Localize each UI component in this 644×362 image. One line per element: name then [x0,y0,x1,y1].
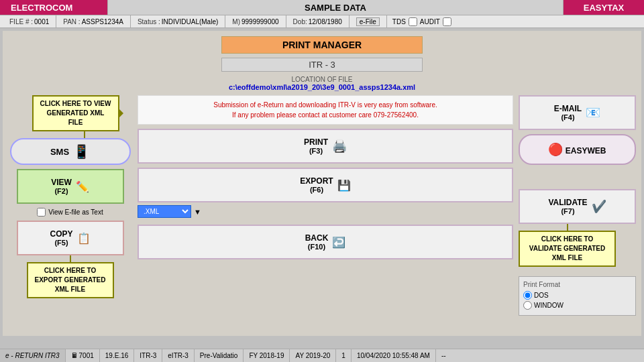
location-section: LOCATION OF FILE c:\eoffdemo\xml\a2019_2… [8,76,636,91]
easytax-brand: EASYTAX [564,0,644,15]
status-value: INDIVIDUAL(Male) [162,18,218,25]
view-efile-checkbox-row: View E-file as Text [37,208,103,217]
back-label1: BACK [305,233,329,243]
validate-label1: VALIDATE [548,198,587,207]
copy-label1: COPY [50,229,72,239]
electrocom-brand: ELECTROCOM [0,0,107,15]
back-icon: ↩️ [332,236,345,249]
pan-value: ASSPS1234A [82,18,123,25]
xml-select[interactable]: .XML [138,205,191,218]
dash-value: -- [441,352,446,359]
ay-value: AY 2019-20 [295,352,330,359]
file-value: 0001 [34,18,49,25]
num-value: 1 [341,352,345,359]
fy-value: FY 2018-19 [249,352,284,359]
fy-cell: FY 2018-19 [244,349,290,362]
window-radio[interactable] [523,301,532,310]
tds-checkbox[interactable] [409,17,417,26]
status-info: Status : INDIVIDUAL(Male) [131,15,225,27]
top-header: ELECTROCOM SAMPLE DATA EASYTAX [0,0,644,15]
pan-info: PAN : ASSPS1234A [56,15,131,27]
back-text: BACK (F10) [305,233,329,251]
export-callout: CLICK HERE TO EXPORT GENERATED XML FILE [27,262,114,298]
audit-checkbox[interactable] [443,17,451,26]
export-label2: (F6) [300,186,333,194]
validate-label2: (F7) [548,207,587,215]
view-callout: CLICK HERE TO VIEW GENERATED XML FILE [32,95,119,131]
sample-data-title: SAMPLE DATA [107,0,564,15]
print-format-title: Print Format [523,281,631,288]
window-label: WINDOW [534,302,564,309]
sample-data-label: SAMPLE DATA [305,3,366,13]
eitr3-value: eITR-3 [168,352,189,359]
print-label2: (F3) [304,147,328,155]
audit-label: AUDIT [420,18,440,25]
print-button[interactable]: PRINT (F3) 🖨️ [138,129,513,164]
easyweb-button[interactable]: 🔴 EASYWEB [519,134,636,165]
code2-cell: 19.E.16 [100,349,134,362]
main-content: PRINT MANAGER ITR - 3 LOCATION OF FILE c… [3,31,641,336]
email-button[interactable]: E-MAIL (F4) 📧 [519,95,636,130]
export-text: EXPORT (F6) [300,176,333,194]
itr-title: ITR - 3 [221,58,423,72]
location-path: c:\eoffdemo\xml\a2019_20\3e9_0001_assps1… [8,83,636,91]
dash-cell: -- [436,349,451,362]
print-format-section: Print Format DOS WINDOW [519,276,636,316]
validate-button[interactable]: VALIDATE (F7) ✔️ [519,189,636,224]
export-button[interactable]: EXPORT (F6) 💾 [138,168,513,202]
status-label: Status : [138,18,160,25]
dob-label: Dob: [293,18,307,25]
view-efile-label: View E-file as Text [48,208,103,216]
right-panel: E-MAIL (F4) 📧 🔴 EASYWEB VALIDATE (F7) ✔️ [519,95,636,316]
copy-icon: 📋 [77,232,91,245]
submission-text: Submission of e-Return and downloading I… [138,95,513,125]
view-icon: ✏️ [76,180,89,193]
eitr3-cell: eITR-3 [162,349,195,362]
email-label1: E-MAIL [554,104,582,113]
export-label1: EXPORT [300,176,333,186]
view-text: VIEW (F2) [51,178,72,195]
dropdown-arrow-icon: ▼ [194,208,201,216]
sms-button[interactable]: SMS 📱 [10,138,131,165]
datetime-cell: 10/04/2020 10:55:48 AM [352,349,436,362]
tds-audit-section: TDS AUDIT [387,15,457,27]
code2-value: 19.E.16 [105,352,128,359]
export-icon: 💾 [337,179,351,192]
view-label1: VIEW [51,178,72,187]
copy-label2: (F5) [50,239,72,247]
print-label1: PRINT [304,137,328,147]
status-bar: e - RETURN ITR3 🖩 7001 19.E.16 ITR-3 eIT… [0,349,644,362]
easytax-label: EASYTAX [584,3,624,13]
location-label: LOCATION OF FILE [8,76,636,83]
itr3-cell: ITR-3 [134,349,162,362]
mobile-label: M) [232,18,240,25]
view-button[interactable]: VIEW (F2) ✏️ [17,169,124,204]
easyweb-label: EASYWEB [566,146,606,156]
pan-label: PAN : [63,18,80,25]
back-label2: (F10) [305,243,329,251]
full-layout: CLICK HERE TO VIEW GENERATED XML FILE SM… [8,95,636,316]
sms-label: SMS [50,147,69,157]
efile-section: e-File [350,15,387,27]
view-callout-text: CLICK HERE TO VIEW GENERATED XML FILE [40,100,111,126]
validate-icon: ✔️ [592,199,606,214]
datetime-value: 10/04/2020 10:55:48 AM [357,352,430,359]
calculator-icon-cell: 🖩 7001 [66,349,100,362]
email-label2: (F4) [554,113,582,121]
view-efile-checkbox[interactable] [37,208,46,217]
return-type-label: e - RETURN ITR3 [5,352,60,359]
dos-label: DOS [534,292,549,299]
dob-info: Dob: 12/08/1980 [286,15,350,27]
validate-callout-text: CLICK HERE TO VALIDATE GENERATED XML FIL… [529,235,605,261]
back-button[interactable]: BACK (F10) ↩️ [138,225,513,259]
efile-button[interactable]: e-File [356,17,380,26]
copy-button[interactable]: COPY (F5) 📋 [17,221,124,255]
export-callout-text: CLICK HERE TO EXPORT GENERATED XML FILE [35,267,106,293]
phone-icon: 📱 [73,143,90,160]
num-cell: 1 [336,349,352,362]
dos-radio[interactable] [523,291,532,300]
center-panel: Submission of e-Return and downloading I… [138,95,513,316]
dob-value: 12/08/1980 [309,18,342,25]
mobile-info: M) 9999999000 [225,15,286,27]
print-text: PRINT (F3) [304,137,328,155]
